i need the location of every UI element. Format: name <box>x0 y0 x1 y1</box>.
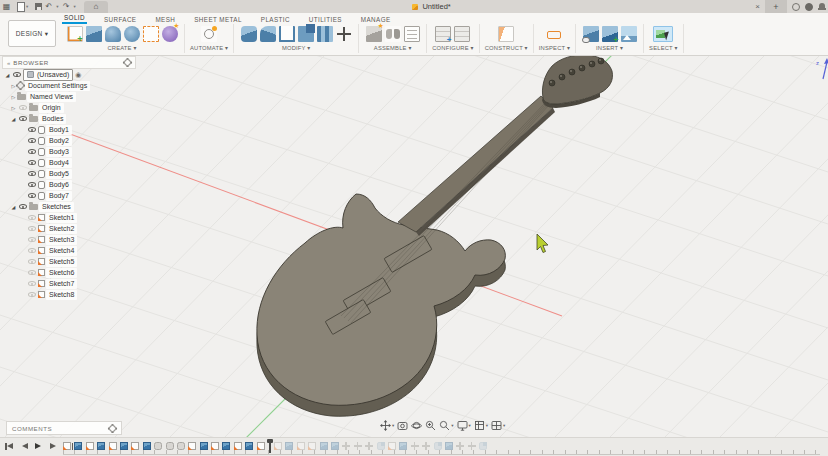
eye-icon[interactable] <box>28 292 36 297</box>
tree-item-pill[interactable]: Origin <box>39 103 64 113</box>
go-to-start-button[interactable] <box>5 442 13 450</box>
save-icon[interactable] <box>35 3 42 10</box>
move-icon[interactable] <box>336 26 352 42</box>
feature-sketch[interactable] <box>86 442 94 450</box>
timeline-ruler[interactable] <box>63 450 820 455</box>
tree-item-pill[interactable]: Document Settings <box>25 81 90 91</box>
eye-icon[interactable] <box>28 160 36 165</box>
display-settings-icon[interactable]: ▾ <box>457 420 471 431</box>
feature-sketch[interactable] <box>211 442 219 450</box>
feature-move-rolled-back[interactable] <box>365 442 373 450</box>
eye-icon[interactable] <box>28 127 36 132</box>
eye-icon[interactable] <box>28 226 36 231</box>
tree-item-pill[interactable]: Sketch4 <box>46 246 77 256</box>
measure-icon[interactable] <box>546 26 562 42</box>
eye-icon[interactable] <box>28 171 36 176</box>
feature-extrude[interactable] <box>74 442 82 450</box>
feature-extrude[interactable] <box>97 442 105 450</box>
tree-item-pill[interactable]: Sketch3 <box>46 235 77 245</box>
look-at-icon[interactable] <box>397 420 408 431</box>
config-table-icon[interactable] <box>454 26 470 42</box>
redo-icon[interactable]: ↷ <box>60 0 73 13</box>
feature-extrude[interactable] <box>143 442 151 450</box>
tree-item-pill[interactable]: Sketch6 <box>46 268 77 278</box>
guitar-body-top[interactable] <box>257 194 506 405</box>
expand-icon[interactable]: ▷ <box>10 105 17 111</box>
tab-manage[interactable]: MANAGE <box>359 15 393 24</box>
tree-item-pill[interactable]: Body7 <box>46 191 72 201</box>
extrude-icon[interactable] <box>86 26 102 42</box>
tree-item-pill[interactable]: Named Views <box>27 92 76 102</box>
expand-icon[interactable]: ◢ <box>4 72 11 78</box>
select-icon[interactable] <box>653 26 673 42</box>
insert-derive-icon[interactable] <box>602 26 618 42</box>
undo-icon[interactable]: ↶ <box>42 0 55 13</box>
step-back-button[interactable] <box>20 442 28 450</box>
eye-icon[interactable] <box>28 138 36 143</box>
insert-canvas-icon[interactable] <box>621 26 637 42</box>
joint-icon[interactable] <box>385 26 401 42</box>
construct-plane-icon[interactable] <box>498 26 514 42</box>
expand-icon[interactable]: ◢ <box>10 116 17 122</box>
group-label-inspect[interactable]: INSPECT ▾ <box>539 45 570 51</box>
job-status-icon[interactable] <box>792 3 800 11</box>
feature-sketch[interactable] <box>63 442 71 450</box>
tree-item-pill[interactable]: Sketches <box>39 202 74 212</box>
app-grid-icon[interactable]: ▦ <box>0 0 13 13</box>
activate-component-icon[interactable]: ◉ <box>75 71 81 79</box>
feature-fillet[interactable] <box>177 442 185 450</box>
feature-extrude-rolled-back[interactable] <box>399 442 407 450</box>
pan-caret-icon[interactable]: ▾ <box>392 423 394 428</box>
feature-extrude-rolled-back[interactable] <box>445 442 453 450</box>
press-pull-icon[interactable] <box>241 26 257 42</box>
feature-move-rolled-back[interactable] <box>468 442 476 450</box>
feature-sketch-rolled-back[interactable] <box>297 442 305 450</box>
expand-icon[interactable]: ▷ <box>10 83 17 89</box>
feature-extrude[interactable] <box>200 442 208 450</box>
feature-move-rolled-back[interactable] <box>456 442 464 450</box>
viewports-icon[interactable]: ▾ <box>491 420 505 431</box>
feature-fillet[interactable] <box>166 442 174 450</box>
workspace-selector[interactable]: DESIGN ▾ <box>8 20 56 47</box>
feature-move-rolled-back[interactable] <box>354 442 362 450</box>
feature-move-rolled-back[interactable] <box>411 442 419 450</box>
expand-icon[interactable]: ▷ <box>10 94 17 100</box>
feature-combine-rolled-back[interactable] <box>479 442 487 450</box>
tree-item-pill[interactable]: Sketch5 <box>46 257 77 267</box>
browser-gear-icon[interactable] <box>124 59 131 66</box>
tree-item-pill[interactable]: Sketch8 <box>46 290 77 300</box>
viewports-caret-icon[interactable]: ▾ <box>503 423 505 428</box>
eye-icon[interactable] <box>28 259 36 264</box>
feature-move-rolled-back[interactable] <box>422 442 430 450</box>
configuration-icon[interactable] <box>435 26 451 42</box>
feature-extrude-rolled-back[interactable] <box>285 442 293 450</box>
group-label-select[interactable]: SELECT ▾ <box>649 45 678 51</box>
eye-icon[interactable] <box>19 105 27 110</box>
tree-item-pill[interactable]: Body3 <box>46 147 72 157</box>
eye-icon[interactable] <box>19 116 27 121</box>
feature-sketch-rolled-back[interactable] <box>388 442 396 450</box>
tree-item-pill[interactable]: Body4 <box>46 158 72 168</box>
tab-solid[interactable]: SOLID <box>62 13 87 24</box>
feature-sketch[interactable] <box>188 442 196 450</box>
step-forward-button[interactable] <box>50 442 58 450</box>
feature-combine-rolled-back[interactable] <box>434 442 442 450</box>
combine-icon[interactable] <box>298 26 314 42</box>
eye-icon[interactable] <box>28 193 36 198</box>
feature-sketch[interactable] <box>257 442 265 450</box>
tab-surface[interactable]: SURFACE <box>102 15 139 24</box>
home-tab[interactable]: ⌂ <box>84 1 108 13</box>
orbit-icon[interactable] <box>411 420 422 431</box>
automate-icon[interactable] <box>201 26 217 42</box>
grid-snaps-icon[interactable]: ▾ <box>474 420 488 431</box>
feature-sketch-rolled-back[interactable] <box>274 442 282 450</box>
tree-item-pill[interactable]: Body5 <box>46 169 72 179</box>
tab-plastic[interactable]: PLASTIC <box>259 15 292 24</box>
eye-icon[interactable] <box>28 248 36 253</box>
notifications-icon[interactable] <box>818 2 826 11</box>
feature-extrude-rolled-back[interactable] <box>320 442 328 450</box>
feature-sketch[interactable] <box>234 442 242 450</box>
new-file-caret-icon[interactable]: ▾ <box>26 4 28 9</box>
fillet-icon[interactable] <box>260 26 276 42</box>
eye-icon[interactable] <box>28 182 36 187</box>
